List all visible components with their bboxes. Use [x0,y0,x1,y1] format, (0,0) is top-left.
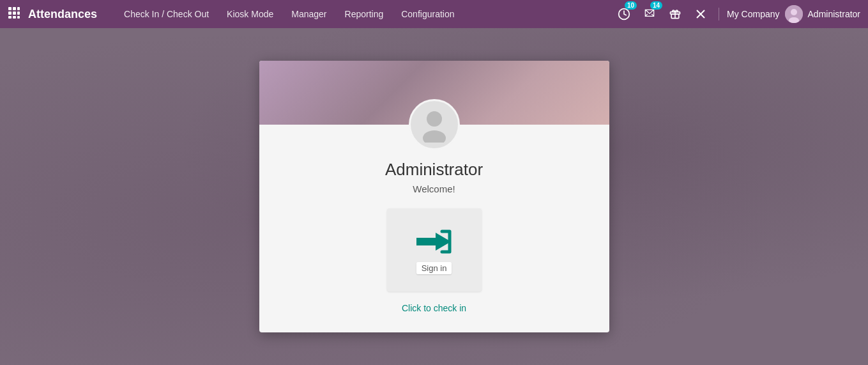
nav-manager[interactable]: Manager [284,5,334,23]
signin-arrow-icon [414,226,455,257]
card-header [259,61,609,125]
card-avatar-wrapper [409,99,460,150]
svg-rect-6 [8,16,11,19]
signin-button[interactable]: Sign in [387,208,482,291]
close-button[interactable] [690,4,711,24]
navbar-menu: Check In / Check Out Kiosk Mode Manager … [116,5,614,23]
svg-rect-4 [13,12,16,15]
gift-button[interactable] [665,4,685,24]
nav-kiosk[interactable]: Kiosk Mode [219,5,281,23]
app-title: Attendances [28,8,97,21]
messages-button[interactable]: 14 [639,4,660,24]
checkin-link[interactable]: check in [434,303,466,313]
navbar: Attendances Check In / Check Out Kiosk M… [0,0,868,28]
card-avatar [409,99,460,150]
svg-rect-7 [13,16,16,19]
checkin-text: Click to [402,303,434,313]
checkin-card: Administrator Welcome! Sign in Click to … [259,61,609,332]
nav-separator [719,8,719,20]
user-name[interactable]: Administrator [808,9,860,19]
svg-point-15 [791,9,797,15]
nav-configuration[interactable]: Configuration [393,5,462,23]
grid-icon[interactable] [8,6,20,22]
activities-button[interactable]: 10 [614,4,634,24]
user-avatar[interactable] [785,5,803,23]
nav-reporting[interactable]: Reporting [337,5,392,23]
svg-rect-1 [13,7,16,10]
activities-badge: 10 [625,1,637,10]
avatar-silhouette [418,107,450,143]
nav-checkin[interactable]: Check In / Check Out [116,5,217,23]
svg-rect-8 [17,16,20,19]
signin-label: Sign in [416,262,452,274]
messages-badge: 14 [650,1,662,10]
main-content: Administrator Welcome! Sign in Click to … [0,28,868,365]
company-name[interactable]: My Company [727,9,779,19]
navbar-right: 10 14 [614,4,860,24]
svg-point-18 [423,130,446,143]
svg-point-17 [427,111,442,127]
card-body: Administrator Welcome! Sign in Click to … [259,125,609,332]
card-welcome: Welcome! [413,183,455,194]
checkin-prompt: Click to check in [402,303,466,313]
svg-rect-3 [8,12,11,15]
svg-rect-5 [17,12,20,15]
svg-rect-0 [8,7,11,10]
svg-rect-2 [17,7,20,10]
card-username: Administrator [385,160,483,180]
